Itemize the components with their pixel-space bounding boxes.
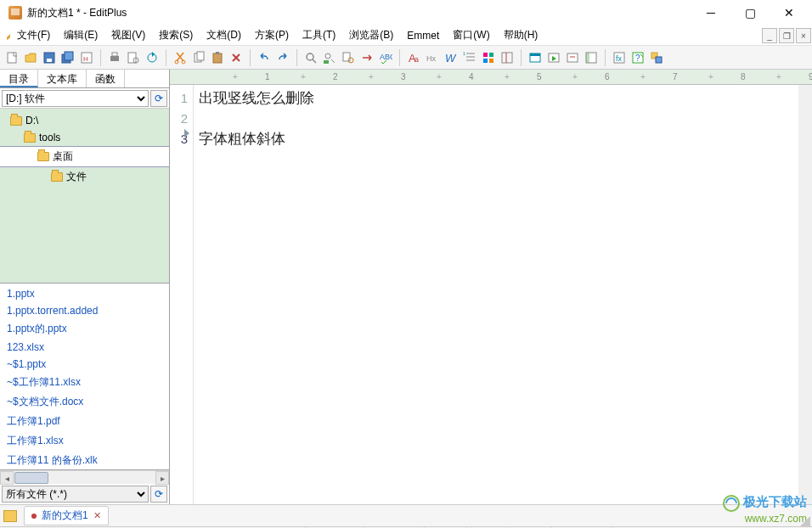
file-filter-select[interactable]: 所有文件 (*.*) <box>2 486 149 503</box>
menu-search[interactable]: 搜索(S) <box>152 25 200 45</box>
help-button[interactable]: ? <box>629 49 646 66</box>
menu-browser[interactable]: 浏览器(B) <box>342 25 400 45</box>
line-gutter: 123 <box>170 85 194 504</box>
tab-directory[interactable]: 目录 <box>0 70 38 87</box>
find-button[interactable] <box>302 49 319 66</box>
file-item[interactable]: ~$工作簿11.xlsx <box>5 373 164 392</box>
code-line[interactable]: 出现竖线怎么删除 <box>199 88 793 109</box>
maximize-button[interactable]: ▢ <box>730 0 770 25</box>
doc-tab[interactable]: 新的文档1 ✕ <box>24 506 109 525</box>
drive-select[interactable]: [D:] 软件 <box>2 90 149 107</box>
menu-help[interactable]: 帮助(H) <box>497 25 545 45</box>
editor-vscroll[interactable] <box>798 85 812 504</box>
doc-tab-label: 新的文档1 <box>42 508 88 523</box>
find-in-files-button[interactable] <box>340 49 357 66</box>
svg-rect-44 <box>567 53 578 62</box>
doc-tab-close-button[interactable]: ✕ <box>93 510 101 521</box>
filter-refresh-button[interactable]: ⟳ <box>150 486 167 503</box>
code-line[interactable] <box>199 109 793 129</box>
menu-emmet[interactable]: Emmet <box>400 25 446 45</box>
browser-refresh-button[interactable] <box>144 49 161 66</box>
close-button[interactable]: ✕ <box>770 0 809 25</box>
mdi-close-button[interactable]: × <box>796 28 811 43</box>
line-number-button[interactable]: 1 <box>461 49 478 66</box>
svg-rect-41 <box>530 53 540 56</box>
svg-rect-16 <box>197 52 204 60</box>
column-marker-button[interactable] <box>499 49 516 66</box>
open-file-button[interactable] <box>22 49 39 66</box>
svg-rect-35 <box>489 53 493 57</box>
goto-button[interactable] <box>358 49 375 66</box>
svg-line-20 <box>313 59 316 63</box>
document-tabs: 新的文档1 ✕ <box>0 504 812 526</box>
file-item[interactable]: 工作簿1.xlsx <box>5 431 164 451</box>
directory-button[interactable] <box>583 49 600 66</box>
settings-button[interactable] <box>648 49 665 66</box>
file-list[interactable]: 1.pptx1.pptx.torrent.added1.pptx的.pptx12… <box>0 284 169 470</box>
code-line[interactable]: 字体粗体斜体 <box>199 129 793 149</box>
mdi-minimize-button[interactable]: _ <box>762 28 777 43</box>
word-wrap-button[interactable]: W <box>443 49 460 66</box>
print-button[interactable] <box>106 49 123 66</box>
print-preview-button[interactable] <box>125 49 142 66</box>
menu-view[interactable]: 视图(V) <box>104 25 152 45</box>
delete-button[interactable] <box>228 49 245 66</box>
file-item[interactable]: 1.pptx.torrent.added <box>5 302 164 319</box>
function-list-button[interactable]: fx <box>611 49 628 66</box>
file-item[interactable]: 123.xlsx <box>5 339 164 356</box>
minimize-button[interactable]: ─ <box>691 0 730 25</box>
scroll-thumb[interactable] <box>14 472 48 484</box>
output-button[interactable] <box>564 49 581 66</box>
tab-cliptext[interactable]: 文本库 <box>38 70 87 87</box>
app-icon <box>8 6 22 20</box>
new-file-button[interactable] <box>3 49 20 66</box>
menu-edit[interactable]: 编辑(E) <box>57 25 104 45</box>
file-list-hscroll[interactable]: ◂ ▸ <box>0 470 169 484</box>
mdi-restore-button[interactable]: ❐ <box>779 28 794 43</box>
tab-functions[interactable]: 函数 <box>87 70 125 87</box>
run-button[interactable] <box>545 49 562 66</box>
save-button[interactable] <box>41 49 58 66</box>
tree-item[interactable]: 文件 <box>0 167 169 187</box>
tree-item[interactable]: tools <box>0 129 169 146</box>
replace-button[interactable] <box>321 49 338 66</box>
drive-refresh-button[interactable]: ⟳ <box>150 90 167 107</box>
font-button[interactable]: Aa <box>405 49 422 66</box>
svg-rect-22 <box>324 60 329 64</box>
scroll-left-button[interactable]: ◂ <box>0 471 14 485</box>
menu-file[interactable]: 文件(F) <box>10 25 57 45</box>
menu-document[interactable]: 文档(D) <box>200 25 248 45</box>
menu-tools[interactable]: 工具(T) <box>296 25 342 45</box>
menu-project[interactable]: 方案(P) <box>248 25 296 45</box>
menu-window[interactable]: 窗口(W) <box>446 25 496 45</box>
undo-button[interactable] <box>256 49 273 66</box>
save-all-button[interactable] <box>59 49 76 66</box>
resize-grip[interactable] <box>798 514 810 526</box>
window-title: 新的文档1 * - EditPlus <box>27 6 691 20</box>
file-item[interactable]: ~$1.pptx <box>5 356 164 373</box>
file-item[interactable]: 1.pptx <box>5 285 164 302</box>
spell-check-button[interactable]: ABC <box>377 49 394 66</box>
file-item[interactable]: 工作簿1.pdf <box>5 412 164 431</box>
file-item[interactable]: ~$文档文件.docx <box>5 392 164 412</box>
browser-view-button[interactable] <box>527 49 544 66</box>
redo-button[interactable] <box>274 49 291 66</box>
svg-rect-36 <box>483 59 488 63</box>
code-area[interactable]: 出现竖线怎么删除字体粗体斜体 <box>194 85 798 504</box>
current-line-arrow-icon <box>184 129 189 138</box>
syntax-highlight-button[interactable] <box>480 49 497 66</box>
hex-button[interactable]: Hx <box>424 49 441 66</box>
folder-tree[interactable]: D:\tools桌面文件 <box>0 109 169 284</box>
doc-tab-folder-icon[interactable] <box>3 510 17 522</box>
scroll-right-button[interactable]: ▸ <box>155 471 169 485</box>
tree-item[interactable]: D:\ <box>0 112 169 129</box>
svg-rect-1 <box>8 53 16 63</box>
svg-rect-47 <box>586 53 589 63</box>
new-html-button[interactable]: H <box>78 49 95 66</box>
paste-button[interactable] <box>209 49 226 66</box>
cut-button[interactable] <box>172 49 189 66</box>
copy-button[interactable] <box>190 49 207 66</box>
file-item[interactable]: 工作簿11 的备份.xlk <box>5 451 164 470</box>
file-item[interactable]: 1.pptx的.pptx <box>5 319 164 339</box>
tree-item[interactable]: 桌面 <box>0 146 169 167</box>
